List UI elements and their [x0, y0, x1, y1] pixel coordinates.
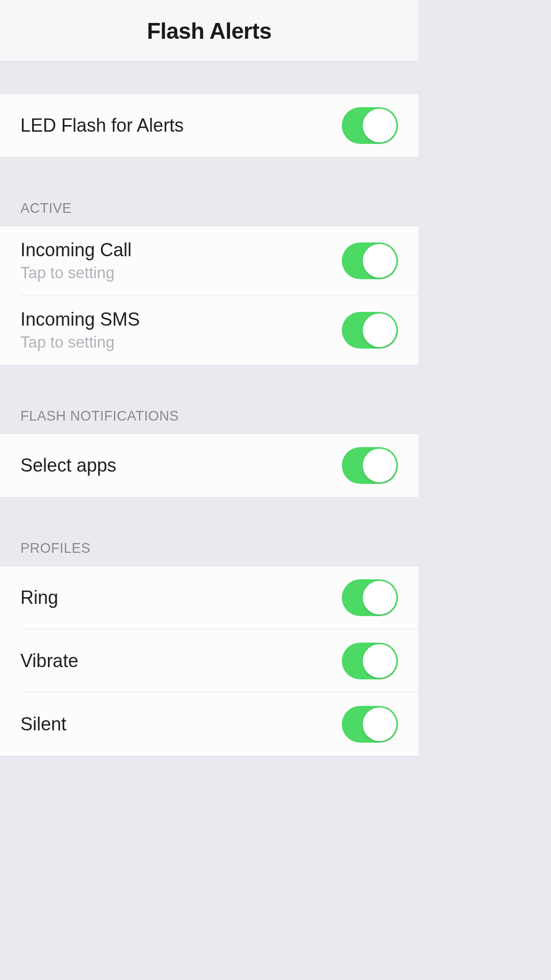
- toggle-vibrate[interactable]: [342, 643, 398, 679]
- row-silent[interactable]: Silent: [0, 693, 418, 756]
- toggle-led-flash[interactable]: [342, 107, 398, 144]
- row-incoming-sms[interactable]: Incoming SMS Tap to setting: [0, 296, 418, 365]
- toggle-ring[interactable]: [342, 579, 398, 616]
- section-gap: [0, 365, 418, 408]
- incoming-sms-label: Incoming SMS: [20, 309, 140, 330]
- toggle-knob: [363, 707, 396, 741]
- section-gap: [0, 158, 418, 201]
- row-text: Silent: [20, 714, 66, 735]
- incoming-call-subtitle: Tap to setting: [20, 264, 132, 282]
- ring-label: Ring: [20, 587, 58, 608]
- select-apps-label: Select apps: [20, 455, 116, 476]
- led-flash-label: LED Flash for Alerts: [20, 115, 184, 136]
- section-header-profiles: PROFILES: [0, 541, 418, 566]
- toggle-knob: [363, 449, 396, 482]
- toggle-knob: [363, 581, 396, 615]
- toggle-knob: [363, 313, 396, 347]
- section-main: LED Flash for Alerts: [0, 93, 418, 158]
- incoming-call-label: Incoming Call: [20, 239, 132, 261]
- row-text: Incoming Call Tap to setting: [20, 239, 132, 282]
- row-text: Select apps: [20, 455, 116, 476]
- toggle-knob: [363, 244, 396, 278]
- row-text: LED Flash for Alerts: [20, 115, 184, 136]
- page-title: Flash Alerts: [10, 18, 408, 44]
- row-led-flash[interactable]: LED Flash for Alerts: [0, 94, 418, 157]
- row-text: Incoming SMS Tap to setting: [20, 309, 140, 352]
- row-vibrate[interactable]: Vibrate: [0, 629, 418, 693]
- bottom-space: [0, 756, 418, 789]
- row-text: Vibrate: [20, 650, 78, 672]
- row-ring[interactable]: Ring: [0, 566, 418, 629]
- section-flash-notifications: Select apps: [0, 433, 418, 498]
- toggle-incoming-call[interactable]: [342, 242, 398, 279]
- silent-label: Silent: [20, 714, 66, 735]
- toggle-silent[interactable]: [342, 706, 398, 743]
- spacer: [0, 62, 418, 93]
- header: Flash Alerts: [0, 0, 418, 62]
- section-header-active: ACTIVE: [0, 201, 418, 226]
- section-header-flash-notifications: FLASH NOTIFICATIONS: [0, 408, 418, 433]
- toggle-incoming-sms[interactable]: [342, 312, 398, 349]
- section-active: Incoming Call Tap to setting Incoming SM…: [0, 226, 418, 365]
- row-incoming-call[interactable]: Incoming Call Tap to setting: [0, 226, 418, 296]
- incoming-sms-subtitle: Tap to setting: [20, 333, 140, 352]
- section-profiles: Ring Vibrate Silent: [0, 566, 418, 756]
- row-text: Ring: [20, 587, 58, 608]
- vibrate-label: Vibrate: [20, 650, 78, 672]
- section-gap: [0, 498, 418, 541]
- toggle-knob: [363, 644, 396, 678]
- toggle-select-apps[interactable]: [342, 447, 398, 484]
- row-select-apps[interactable]: Select apps: [0, 434, 418, 497]
- toggle-knob: [363, 109, 396, 142]
